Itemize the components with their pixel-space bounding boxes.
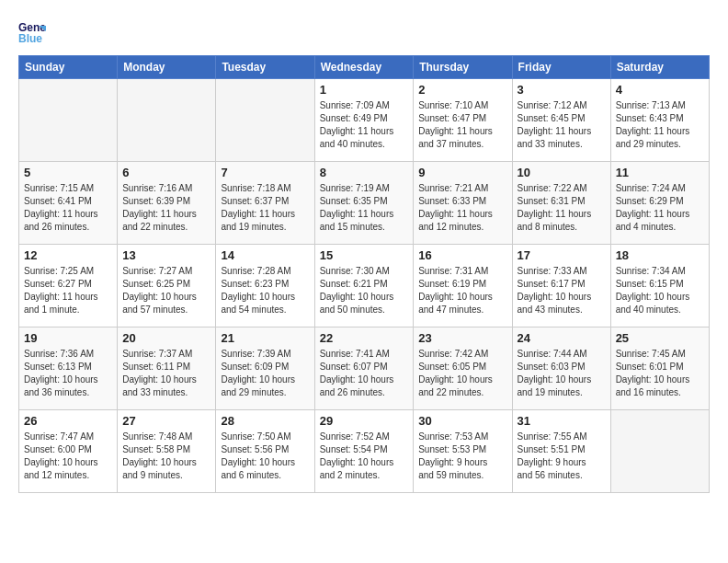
calendar-cell: 20Sunrise: 7:37 AM Sunset: 6:11 PM Dayli… [118,327,216,410]
day-info: Sunrise: 7:37 AM Sunset: 6:11 PM Dayligh… [122,348,210,399]
day-info: Sunrise: 7:09 AM Sunset: 6:49 PM Dayligh… [320,99,409,151]
day-info: Sunrise: 7:22 AM Sunset: 6:31 PM Dayligh… [518,182,606,234]
calendar-cell [216,79,314,162]
calendar-cell: 6Sunrise: 7:16 AM Sunset: 6:39 PM Daylig… [118,162,216,245]
calendar-cell: 28Sunrise: 7:50 AM Sunset: 5:56 PM Dayli… [216,410,314,493]
day-info: Sunrise: 7:33 AM Sunset: 6:17 PM Dayligh… [518,265,606,316]
calendar-cell: 18Sunrise: 7:34 AM Sunset: 6:15 PM Dayli… [610,245,709,327]
header-saturday: Saturday [610,56,709,79]
calendar-cell: 10Sunrise: 7:22 AM Sunset: 6:31 PM Dayli… [512,162,610,245]
week-row-5: 26Sunrise: 7:47 AM Sunset: 6:00 PM Dayli… [19,410,710,493]
day-number: 12 [24,248,112,262]
week-row-1: 1Sunrise: 7:09 AM Sunset: 6:49 PM Daylig… [19,79,710,162]
day-number: 1 [320,83,409,97]
day-info: Sunrise: 7:50 AM Sunset: 5:56 PM Dayligh… [221,431,309,482]
day-number: 2 [418,83,506,97]
calendar-cell: 7Sunrise: 7:18 AM Sunset: 6:37 PM Daylig… [216,162,314,245]
day-number: 28 [221,414,309,428]
week-row-2: 5Sunrise: 7:15 AM Sunset: 6:41 PM Daylig… [19,162,710,245]
calendar-cell: 16Sunrise: 7:31 AM Sunset: 6:19 PM Dayli… [414,245,512,327]
day-number: 30 [418,414,506,428]
day-number: 6 [122,166,210,179]
day-number: 19 [24,331,112,345]
day-number: 25 [616,331,704,345]
day-info: Sunrise: 7:12 AM Sunset: 6:45 PM Dayligh… [518,99,606,151]
calendar-cell: 11Sunrise: 7:24 AM Sunset: 6:29 PM Dayli… [610,162,709,245]
calendar-cell: 15Sunrise: 7:30 AM Sunset: 6:21 PM Dayli… [314,245,414,327]
header-row: SundayMondayTuesdayWednesdayThursdayFrid… [19,56,710,79]
header-monday: Monday [118,56,216,79]
calendar-cell: 23Sunrise: 7:42 AM Sunset: 6:05 PM Dayli… [414,327,512,410]
day-info: Sunrise: 7:47 AM Sunset: 6:00 PM Dayligh… [24,431,112,482]
day-number: 16 [418,248,506,262]
day-info: Sunrise: 7:21 AM Sunset: 6:33 PM Dayligh… [418,182,506,234]
header-wednesday: Wednesday [314,56,414,79]
day-info: Sunrise: 7:28 AM Sunset: 6:23 PM Dayligh… [221,265,309,316]
day-info: Sunrise: 7:53 AM Sunset: 5:53 PM Dayligh… [418,431,506,482]
header-thursday: Thursday [414,56,512,79]
day-number: 13 [122,248,210,262]
day-info: Sunrise: 7:25 AM Sunset: 6:27 PM Dayligh… [24,265,112,316]
calendar-cell: 21Sunrise: 7:39 AM Sunset: 6:09 PM Dayli… [216,327,314,410]
day-info: Sunrise: 7:30 AM Sunset: 6:21 PM Dayligh… [320,265,409,316]
day-info: Sunrise: 7:45 AM Sunset: 6:01 PM Dayligh… [616,348,704,399]
day-number: 3 [518,83,606,97]
day-number: 29 [320,414,409,428]
calendar-cell: 25Sunrise: 7:45 AM Sunset: 6:01 PM Dayli… [610,327,709,410]
week-row-4: 19Sunrise: 7:36 AM Sunset: 6:13 PM Dayli… [19,327,710,410]
day-number: 31 [518,414,606,428]
day-info: Sunrise: 7:52 AM Sunset: 5:54 PM Dayligh… [320,431,409,482]
calendar-cell: 17Sunrise: 7:33 AM Sunset: 6:17 PM Dayli… [512,245,610,327]
calendar-cell: 5Sunrise: 7:15 AM Sunset: 6:41 PM Daylig… [19,162,118,245]
day-number: 5 [24,166,112,179]
day-number: 17 [518,248,606,262]
day-number: 26 [24,414,112,428]
day-info: Sunrise: 7:24 AM Sunset: 6:29 PM Dayligh… [616,182,704,234]
calendar-cell: 29Sunrise: 7:52 AM Sunset: 5:54 PM Dayli… [314,410,414,493]
day-number: 7 [221,166,309,179]
day-info: Sunrise: 7:34 AM Sunset: 6:15 PM Dayligh… [616,265,704,316]
day-info: Sunrise: 7:39 AM Sunset: 6:09 PM Dayligh… [221,348,309,399]
calendar-cell [118,79,216,162]
day-number: 10 [518,166,606,179]
day-info: Sunrise: 7:27 AM Sunset: 6:25 PM Dayligh… [122,265,210,316]
calendar-cell: 3Sunrise: 7:12 AM Sunset: 6:45 PM Daylig… [512,79,610,162]
calendar-cell: 30Sunrise: 7:53 AM Sunset: 5:53 PM Dayli… [414,410,512,493]
day-number: 8 [320,166,409,179]
day-number: 20 [122,331,210,345]
day-info: Sunrise: 7:19 AM Sunset: 6:35 PM Dayligh… [320,182,409,234]
day-info: Sunrise: 7:55 AM Sunset: 5:51 PM Dayligh… [518,431,606,482]
day-number: 22 [320,331,409,345]
day-number: 4 [616,83,704,97]
logo-icon: General Blue [18,18,46,46]
day-number: 24 [518,331,606,345]
day-number: 14 [221,248,309,262]
day-info: Sunrise: 7:42 AM Sunset: 6:05 PM Dayligh… [418,348,506,399]
day-info: Sunrise: 7:41 AM Sunset: 6:07 PM Dayligh… [320,348,409,399]
day-info: Sunrise: 7:18 AM Sunset: 6:37 PM Dayligh… [221,182,309,234]
calendar: SundayMondayTuesdayWednesdayThursdayFrid… [18,55,710,493]
week-row-3: 12Sunrise: 7:25 AM Sunset: 6:27 PM Dayli… [19,245,710,327]
calendar-cell: 12Sunrise: 7:25 AM Sunset: 6:27 PM Dayli… [19,245,118,327]
header-sunday: Sunday [19,56,118,79]
day-info: Sunrise: 7:10 AM Sunset: 6:47 PM Dayligh… [418,99,506,151]
calendar-cell: 2Sunrise: 7:10 AM Sunset: 6:47 PM Daylig… [414,79,512,162]
calendar-cell: 24Sunrise: 7:44 AM Sunset: 6:03 PM Dayli… [512,327,610,410]
calendar-cell: 4Sunrise: 7:13 AM Sunset: 6:43 PM Daylig… [610,79,709,162]
day-info: Sunrise: 7:44 AM Sunset: 6:03 PM Dayligh… [518,348,606,399]
calendar-cell: 22Sunrise: 7:41 AM Sunset: 6:07 PM Dayli… [314,327,414,410]
day-info: Sunrise: 7:36 AM Sunset: 6:13 PM Dayligh… [24,348,112,399]
calendar-cell [19,79,118,162]
day-info: Sunrise: 7:13 AM Sunset: 6:43 PM Dayligh… [616,99,704,151]
logo: General Blue [18,18,50,46]
day-info: Sunrise: 7:15 AM Sunset: 6:41 PM Dayligh… [24,182,112,234]
day-number: 15 [320,248,409,262]
calendar-cell: 8Sunrise: 7:19 AM Sunset: 6:35 PM Daylig… [314,162,414,245]
day-number: 18 [616,248,704,262]
day-info: Sunrise: 7:31 AM Sunset: 6:19 PM Dayligh… [418,265,506,316]
calendar-cell: 14Sunrise: 7:28 AM Sunset: 6:23 PM Dayli… [216,245,314,327]
day-info: Sunrise: 7:48 AM Sunset: 5:58 PM Dayligh… [122,431,210,482]
svg-text:Blue: Blue [18,32,42,45]
header-tuesday: Tuesday [216,56,314,79]
day-number: 11 [616,166,704,179]
